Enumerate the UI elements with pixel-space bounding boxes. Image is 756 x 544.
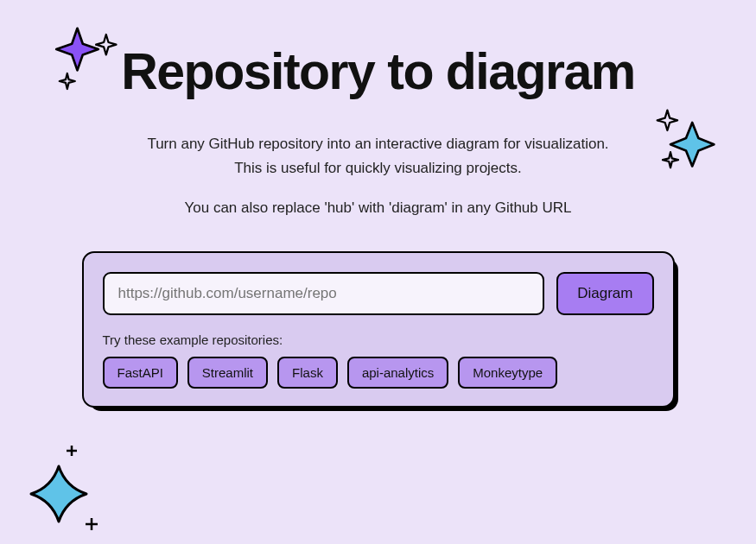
repo-url-input[interactable] xyxy=(103,272,545,315)
example-chip-monkeytype[interactable]: Monkeytype xyxy=(458,357,557,389)
sparkle-icon xyxy=(50,19,128,97)
diagram-button[interactable]: Diagram xyxy=(556,272,653,315)
example-chip-fastapi[interactable]: FastAPI xyxy=(103,357,178,389)
example-chip-streamlit[interactable]: Streamlit xyxy=(187,357,268,389)
example-chip-api-analytics[interactable]: api-analytics xyxy=(347,357,448,389)
examples-label: Try these example repositories: xyxy=(103,332,654,347)
page-title: Repository to diagram xyxy=(102,0,655,100)
subtitle-tip: You can also replace 'hub' with 'diagram… xyxy=(0,197,756,219)
example-chip-flask[interactable]: Flask xyxy=(277,357,338,389)
sparkle-icon xyxy=(24,440,111,535)
subtitle-block: Turn any GitHub repository into an inter… xyxy=(0,133,756,220)
sparkle-icon xyxy=(647,99,725,177)
subtitle-line-1: Turn any GitHub repository into an inter… xyxy=(0,133,756,155)
example-chips-row: FastAPI Streamlit Flask api-analytics Mo… xyxy=(103,357,654,389)
input-card: Diagram Try these example repositories: … xyxy=(82,251,675,408)
subtitle-line-2: This is useful for quickly visualizing p… xyxy=(0,157,756,180)
